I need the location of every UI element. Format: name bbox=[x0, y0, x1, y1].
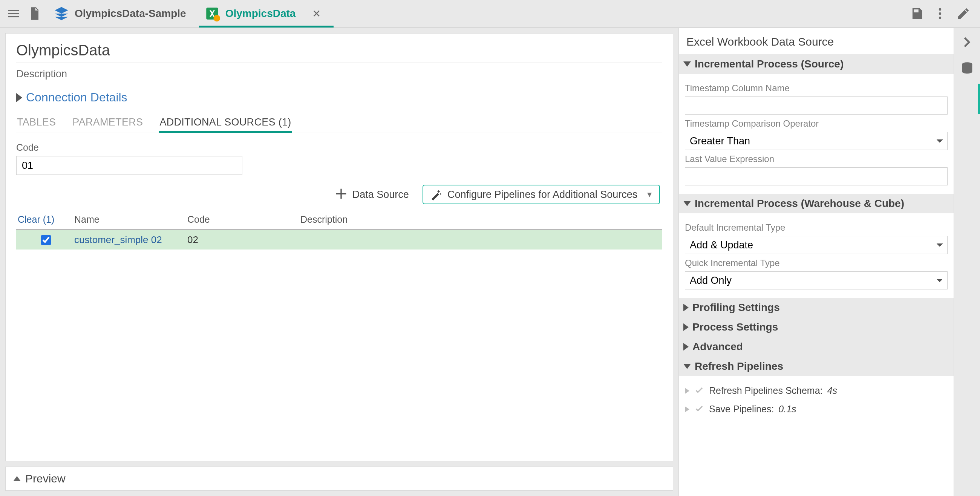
trim-button[interactable] bbox=[305, 186, 320, 203]
section-advanced[interactable]: Advanced bbox=[679, 337, 954, 356]
row-name-link[interactable]: customer_simple 02 bbox=[74, 234, 187, 246]
check-icon bbox=[694, 404, 705, 415]
ts-operator-select[interactable]: Greater Than bbox=[685, 132, 948, 150]
row-checkbox-cell bbox=[18, 235, 74, 245]
tab-parameters[interactable]: PARAMETERS bbox=[72, 114, 143, 133]
section-incremental-source[interactable]: Incremental Process (Source) bbox=[679, 54, 954, 74]
preview-label: Preview bbox=[25, 472, 65, 485]
configure-pipelines-label: Configure Pipelines for Additional Sourc… bbox=[447, 189, 637, 200]
quick-incr-select[interactable]: Add Only bbox=[685, 271, 948, 289]
tab-label: OlympicsData-Sample bbox=[75, 8, 186, 20]
ts-column-input[interactable] bbox=[685, 97, 948, 114]
description-label: Description bbox=[16, 64, 662, 87]
divider bbox=[16, 62, 662, 63]
section-refresh-pipelines[interactable]: Refresh Pipelines bbox=[679, 356, 954, 376]
more-button[interactable] bbox=[929, 3, 951, 24]
dropdown-caret-icon: ▼ bbox=[646, 190, 653, 199]
col-code: Code bbox=[187, 214, 301, 225]
new-file-button[interactable] bbox=[24, 3, 45, 24]
file-plus-icon bbox=[27, 6, 42, 21]
tab-bar: OlympicsData-Sample OlympicsData ✕ bbox=[48, 0, 334, 27]
topbar: OlympicsData-Sample OlympicsData ✕ bbox=[0, 0, 980, 28]
hamburger-icon bbox=[6, 6, 21, 21]
default-incr-label: Default Incremental Type bbox=[685, 223, 948, 233]
section-title: Incremental Process (Warehouse & Cube) bbox=[695, 197, 904, 210]
connection-details-expander[interactable]: Connection Details bbox=[16, 91, 662, 104]
section-title: Process Settings bbox=[692, 321, 778, 333]
data-source-label: Data Source bbox=[352, 189, 409, 200]
section-title: Advanced bbox=[692, 341, 743, 353]
main-column: OlympicsData Description Connection Deta… bbox=[0, 28, 678, 496]
ts-column-label: Timestamp Column Name bbox=[685, 83, 948, 94]
section-incremental-warehouse-cube[interactable]: Incremental Process (Warehouse & Cube) bbox=[679, 194, 954, 213]
save-button[interactable] bbox=[906, 3, 927, 24]
pipeline-status-label: Refresh Pipelines Schema: bbox=[709, 385, 823, 396]
more-vert-icon bbox=[933, 6, 947, 21]
table-row[interactable]: customer_simple 02 02 bbox=[16, 230, 662, 250]
side-panel-title: Excel Workbook Data Source bbox=[679, 28, 954, 54]
section-title: Incremental Process (Source) bbox=[695, 58, 843, 70]
section-incremental-wc-body: Default Incremental Type Add & Update Qu… bbox=[679, 213, 954, 298]
magic-wand-icon bbox=[430, 188, 442, 200]
menu-button[interactable] bbox=[3, 3, 24, 24]
section-process[interactable]: Process Settings bbox=[679, 317, 954, 337]
pipeline-status-time: 0.1s bbox=[778, 404, 796, 415]
ts-operator-label: Timestamp Comparison Operator bbox=[685, 118, 948, 129]
pipeline-status-item[interactable]: Refresh Pipelines Schema: 4s bbox=[685, 382, 948, 400]
section-title: Profiling Settings bbox=[692, 302, 780, 313]
tab-label: OlympicsData bbox=[225, 8, 296, 20]
check-icon bbox=[694, 386, 705, 396]
pipeline-status-item[interactable]: Save Pipelines: 0.1s bbox=[685, 400, 948, 418]
tab-olympicsdata-sample[interactable]: OlympicsData-Sample bbox=[48, 0, 199, 27]
inner-tab-bar: TABLES PARAMETERS ADDITIONAL SOURCES (1) bbox=[16, 114, 662, 133]
plus-icon bbox=[334, 186, 348, 201]
chevron-down-icon bbox=[683, 62, 691, 67]
top-right-actions bbox=[906, 3, 974, 24]
svg-point-3 bbox=[939, 13, 941, 15]
pipeline-status-time: 4s bbox=[827, 385, 837, 396]
svg-point-2 bbox=[939, 8, 941, 11]
preview-expander[interactable]: Preview bbox=[5, 467, 673, 491]
close-tab-button[interactable]: ✕ bbox=[312, 8, 321, 20]
tab-olympicsdata[interactable]: OlympicsData ✕ bbox=[199, 0, 334, 27]
side-rail bbox=[954, 28, 980, 496]
col-description: Description bbox=[301, 214, 661, 225]
clear-selection-link[interactable]: Clear (1) bbox=[18, 214, 74, 225]
sources-table: Clear (1) Name Code Description customer… bbox=[16, 211, 662, 250]
section-incremental-source-body: Timestamp Column Name Timestamp Comparis… bbox=[679, 74, 954, 194]
svg-point-4 bbox=[939, 17, 941, 19]
pencil-icon bbox=[956, 6, 970, 21]
section-profiling[interactable]: Profiling Settings bbox=[679, 298, 954, 317]
chevron-right-icon bbox=[16, 93, 22, 102]
col-name: Name bbox=[74, 214, 187, 225]
save-icon bbox=[910, 6, 924, 21]
chevron-right-icon bbox=[685, 388, 689, 394]
stack-icon bbox=[54, 6, 69, 21]
action-row: Data Source Configure Pipelines for Addi… bbox=[16, 185, 662, 204]
configure-pipelines-button[interactable]: Configure Pipelines for Additional Sourc… bbox=[423, 185, 660, 204]
scissors-icon bbox=[305, 186, 320, 201]
chevron-right-icon bbox=[685, 406, 689, 412]
code-input[interactable] bbox=[16, 156, 242, 175]
database-icon[interactable] bbox=[959, 61, 975, 76]
chevron-right-icon[interactable] bbox=[959, 35, 975, 50]
tab-additional-sources[interactable]: ADDITIONAL SOURCES (1) bbox=[159, 114, 292, 133]
chevron-down-icon bbox=[683, 364, 691, 369]
code-label: Code bbox=[16, 142, 662, 153]
chevron-right-icon bbox=[683, 304, 689, 311]
quick-incr-label: Quick Incremental Type bbox=[685, 258, 948, 269]
last-value-input[interactable] bbox=[685, 167, 948, 186]
section-refresh-body: Refresh Pipelines Schema: 4s Save Pipeli… bbox=[679, 376, 954, 427]
excel-file-icon bbox=[204, 6, 220, 21]
table-header: Clear (1) Name Code Description bbox=[16, 211, 662, 230]
last-value-label: Last Value Expression bbox=[685, 154, 948, 164]
page-title: OlympicsData bbox=[16, 42, 662, 59]
tab-tables[interactable]: TABLES bbox=[16, 114, 57, 133]
chevron-right-icon bbox=[683, 323, 689, 331]
row-checkbox[interactable] bbox=[41, 235, 51, 245]
default-incr-select[interactable]: Add & Update bbox=[685, 236, 948, 254]
connection-details-label: Connection Details bbox=[26, 91, 127, 104]
chevron-up-icon bbox=[13, 476, 21, 481]
add-data-source-button[interactable]: Data Source bbox=[334, 186, 409, 203]
edit-button[interactable] bbox=[953, 3, 974, 24]
